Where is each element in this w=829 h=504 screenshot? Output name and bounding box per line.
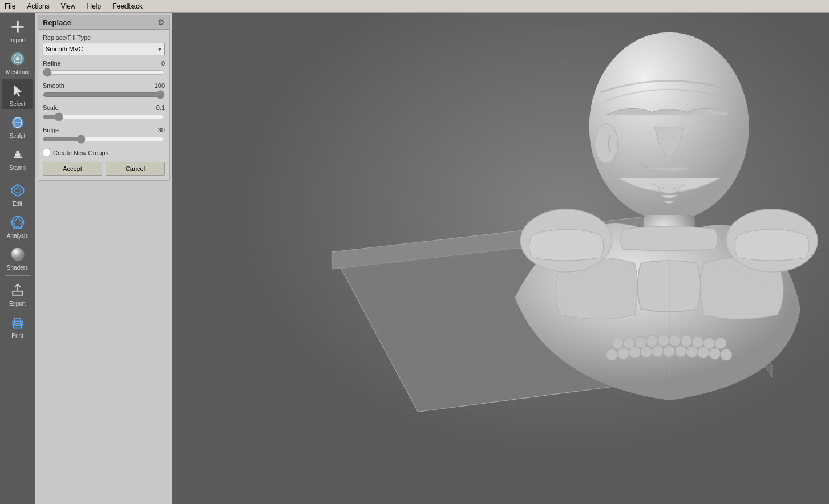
svg-rect-11 — [16, 151, 19, 153]
menu-feedback[interactable]: Feedback — [110, 1, 145, 11]
cancel-button[interactable]: Cancel — [106, 162, 165, 176]
svg-rect-10 — [15, 153, 20, 156]
svg-point-50 — [618, 348, 629, 359]
menu-actions[interactable]: Actions — [25, 1, 51, 11]
replace-panel: Replace ⚙ Replace/Fill Type Smooth MVC F… — [38, 15, 170, 181]
fill-type-dropdown-wrap: Smooth MVC Flat Smooth Tangent ▼ — [43, 43, 165, 55]
create-groups-checkbox[interactable] — [43, 149, 50, 156]
smooth-header: Smooth 100 — [43, 82, 165, 89]
tool-import[interactable]: Import — [2, 15, 33, 46]
svg-marker-5 — [14, 84, 22, 96]
menu-file[interactable]: File — [2, 1, 18, 11]
tool-meshmix[interactable]: Meshmix — [2, 47, 33, 78]
scale-label: Scale — [43, 104, 59, 111]
tool-shaders-label: Shaders — [7, 265, 28, 271]
fill-type-label: Replace/Fill Type — [43, 34, 165, 41]
tool-sculpt-label: Sculpt — [10, 133, 26, 139]
svg-point-54 — [664, 346, 675, 357]
tool-print[interactable]: Print — [2, 310, 33, 341]
bulge-value: 30 — [158, 127, 165, 133]
menu-view[interactable]: View — [59, 1, 78, 11]
svg-point-55 — [675, 346, 686, 357]
svg-point-45 — [681, 335, 692, 347]
svg-rect-22 — [14, 318, 21, 323]
smooth-slider-row: Smooth 100 — [43, 82, 165, 101]
svg-point-44 — [669, 335, 681, 346]
svg-point-39 — [612, 338, 624, 349]
create-groups-label[interactable]: Create New Groups — [53, 149, 108, 156]
create-groups-row: Create New Groups — [43, 149, 165, 156]
button-row: Accept Cancel — [43, 162, 165, 176]
svg-point-57 — [698, 347, 709, 358]
svg-point-43 — [658, 335, 669, 346]
refine-value: 0 — [161, 60, 165, 67]
menubar: File Actions View Help Feedback — [0, 0, 829, 13]
refine-slider-row: Refine 0 — [43, 60, 165, 79]
tool-stamp[interactable]: Stamp — [2, 143, 33, 173]
scale-value: 0.1 — [156, 104, 165, 111]
svg-point-53 — [652, 346, 664, 357]
sidebar: Import Meshmix Select — [0, 13, 35, 504]
svg-point-59 — [721, 349, 732, 360]
panel-area: Replace ⚙ Replace/Fill Type Smooth MVC F… — [35, 13, 172, 504]
svg-point-33 — [595, 124, 618, 164]
panel-header: Replace ⚙ — [38, 15, 169, 30]
tool-edit-label: Edit — [13, 201, 22, 207]
svg-point-51 — [629, 347, 641, 358]
gear-icon[interactable]: ⚙ — [157, 18, 165, 27]
smooth-slider[interactable] — [43, 90, 165, 99]
scale-slider[interactable] — [43, 112, 165, 121]
svg-point-18 — [11, 247, 24, 261]
panel-body: Replace/Fill Type Smooth MVC Flat Smooth… — [38, 30, 169, 180]
viewport[interactable] — [172, 13, 829, 504]
tool-export-label: Export — [9, 300, 26, 307]
tool-print-label: Print — [11, 332, 23, 339]
svg-point-4 — [15, 56, 19, 60]
bulge-label: Bulge — [43, 127, 59, 133]
svg-point-58 — [709, 348, 721, 359]
sidebar-sep-2 — [5, 275, 30, 276]
viewport-scene — [172, 13, 829, 504]
svg-rect-1 — [11, 26, 23, 28]
svg-marker-13 — [14, 187, 21, 193]
svg-point-49 — [606, 349, 618, 360]
svg-point-56 — [686, 346, 698, 357]
svg-rect-19 — [13, 291, 23, 295]
fill-type-select[interactable]: Smooth MVC Flat Smooth Tangent — [43, 43, 165, 55]
scale-slider-row: Scale 0.1 — [43, 104, 165, 123]
edit-icon — [9, 181, 27, 200]
svg-point-52 — [641, 346, 652, 357]
tool-stamp-label: Stamp — [9, 165, 26, 171]
stamp-icon — [9, 145, 27, 164]
sidebar-sep-1 — [5, 176, 30, 176]
tool-export[interactable]: Export — [2, 278, 33, 309]
menu-help[interactable]: Help — [85, 1, 104, 11]
svg-point-48 — [715, 338, 726, 349]
tool-sculpt[interactable]: Sculpt — [2, 111, 33, 141]
analysis-icon — [9, 213, 27, 231]
refine-slider[interactable] — [43, 68, 165, 77]
print-icon — [9, 313, 27, 331]
svg-rect-21 — [14, 323, 22, 328]
bulge-slider-row: Bulge 30 — [43, 127, 165, 145]
shaders-icon — [9, 245, 27, 263]
accept-button[interactable]: Accept — [43, 162, 102, 176]
select-icon — [9, 82, 27, 100]
bulge-slider[interactable] — [43, 135, 165, 144]
tool-select[interactable]: Select — [2, 79, 33, 109]
meshmix-icon — [9, 50, 27, 68]
bulge-header: Bulge 30 — [43, 127, 165, 133]
panel-title: Replace — [43, 18, 71, 27]
sculpt-icon — [9, 113, 27, 132]
tool-analysis[interactable]: Analysis — [2, 210, 33, 241]
smooth-value: 100 — [155, 82, 165, 89]
tool-import-label: Import — [9, 37, 25, 43]
tool-shaders[interactable]: Shaders — [2, 242, 33, 273]
svg-rect-9 — [14, 156, 22, 158]
export-icon — [9, 281, 27, 299]
tool-edit[interactable]: Edit — [2, 178, 33, 209]
main-area: Import Meshmix Select — [0, 13, 829, 504]
scale-header: Scale 0.1 — [43, 104, 165, 111]
refine-label: Refine — [43, 60, 61, 67]
tool-select-label: Select — [10, 101, 26, 107]
